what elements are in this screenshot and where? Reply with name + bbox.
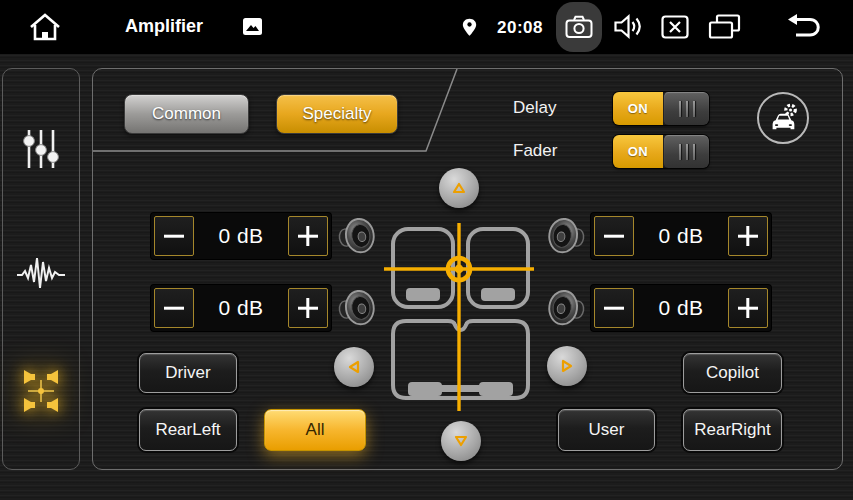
rear-right-plus-button[interactable] (728, 288, 768, 328)
preset-copilot-button[interactable]: Copilot (683, 353, 782, 393)
left-triangle-icon (345, 358, 363, 376)
front-right-gain: 0 dB (591, 213, 771, 259)
balance-fader-icon (18, 370, 64, 412)
fader-toggle[interactable]: ON (613, 135, 709, 168)
move-right-button[interactable] (547, 346, 587, 386)
down-triangle-icon (452, 432, 470, 450)
recents-icon[interactable] (707, 14, 743, 40)
rear-left-plus-button[interactable] (288, 288, 328, 328)
waveform-icon (16, 251, 66, 291)
crosshair (384, 223, 534, 411)
preset-rearleft-button[interactable]: RearLeft (139, 409, 237, 451)
right-triangle-icon (558, 357, 576, 375)
fader-toggle-handle (663, 135, 709, 168)
sidebar (2, 68, 80, 470)
car-gear-icon (766, 101, 800, 135)
delay-toggle-on-label: ON (613, 92, 663, 125)
location-icon[interactable] (462, 16, 477, 38)
rear-right-speaker-icon (545, 286, 587, 330)
preset-driver-button[interactable]: Driver (139, 353, 237, 393)
fader-toggle-on-label: ON (613, 135, 663, 168)
delay-label: Delay (513, 98, 593, 118)
preset-rearright-button[interactable]: RearRight (683, 409, 782, 451)
tab-common[interactable]: Common (124, 94, 249, 134)
camera-icon[interactable] (556, 2, 602, 52)
rear-right-gain: 0 dB (591, 285, 771, 331)
equalizer-icon (20, 126, 62, 172)
up-triangle-icon (450, 179, 468, 197)
front-left-speaker-icon (336, 214, 378, 258)
seating-diagram (376, 216, 546, 411)
clock: 20:08 (497, 18, 543, 38)
home-icon[interactable] (28, 12, 62, 42)
status-bar: Amplifier 20:08 (0, 0, 853, 54)
close-app-icon[interactable] (661, 15, 689, 39)
car-settings-button[interactable] (757, 92, 809, 144)
amplifier-panel: Common Specialty Delay ON Fader ON (92, 68, 843, 470)
preset-user-button[interactable]: User (558, 409, 655, 451)
gallery-icon[interactable] (243, 18, 262, 35)
sidebar-item-sound-effect[interactable] (13, 243, 69, 299)
preset-all-button[interactable]: All (264, 409, 366, 451)
fader-label: Fader (513, 141, 593, 161)
move-down-button[interactable] (441, 421, 481, 461)
delay-toggle-handle (663, 92, 709, 125)
volume-icon[interactable] (613, 13, 642, 40)
tab-specialty[interactable]: Specialty (276, 94, 398, 134)
head-unit-screen: Amplifier 20:08 (0, 0, 853, 500)
front-right-plus-button[interactable] (728, 216, 768, 256)
back-icon[interactable] (784, 13, 822, 41)
front-left-gain: 0 dB (151, 213, 331, 259)
rear-left-gain: 0 dB (151, 285, 331, 331)
rear-left-speaker-icon (336, 286, 378, 330)
delay-toggle[interactable]: ON (613, 92, 709, 125)
front-right-speaker-icon (545, 214, 587, 258)
move-up-button[interactable] (439, 168, 479, 208)
sidebar-item-balance-fader[interactable] (13, 363, 69, 419)
front-left-plus-button[interactable] (288, 216, 328, 256)
page-title: Amplifier (125, 16, 203, 37)
sidebar-item-equalizer[interactable] (13, 121, 69, 177)
move-left-button[interactable] (334, 347, 374, 387)
